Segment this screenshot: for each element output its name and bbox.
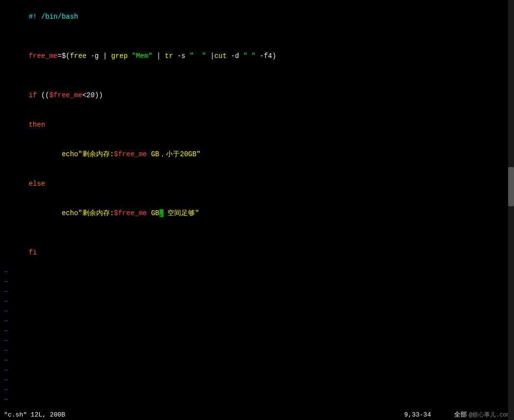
str-echo1: "剩余内存: bbox=[78, 150, 114, 158]
tilde-8: ~ bbox=[4, 336, 510, 346]
tilde-3: ~ bbox=[4, 287, 510, 297]
line-5: if (($free_me<20)) bbox=[4, 81, 510, 110]
cmd-free: free bbox=[70, 52, 86, 60]
cursor: , bbox=[160, 209, 163, 217]
kw-else: else bbox=[28, 180, 45, 188]
tilde-10: ~ bbox=[4, 356, 510, 365]
tilde-9: ~ bbox=[4, 346, 510, 356]
line-3: free_me=$(free -g | grep "Mem" | tr -s "… bbox=[4, 41, 510, 71]
tilde-4: ~ bbox=[4, 297, 510, 307]
kw-fi: fi bbox=[28, 249, 37, 256]
str-echo2-start: "剩余内存: bbox=[78, 209, 114, 217]
line-1: #! /bin/bash bbox=[4, 2, 510, 31]
csdn-watermark: @烦心事儿.com bbox=[469, 411, 510, 419]
str-mem: "Mem" bbox=[132, 52, 153, 60]
var-free-me: free_me bbox=[28, 52, 57, 60]
line-7: echo"剩余内存:$free_me GB，小于20GB" bbox=[4, 140, 510, 169]
var-ref3: $free_me bbox=[114, 209, 147, 217]
tilde-14: ~ bbox=[4, 395, 510, 405]
tilde-1: ~ bbox=[4, 267, 510, 277]
status-file-info: "c.sh" 12L, 200B bbox=[4, 411, 65, 419]
var-ref1: $free_me bbox=[49, 91, 82, 99]
cmd-echo2: echo bbox=[62, 209, 79, 217]
tilde-7: ~ bbox=[4, 326, 510, 336]
cursor-position: 9,33-34 bbox=[404, 411, 431, 419]
line-4 bbox=[4, 71, 510, 81]
scroll-position: 全部 bbox=[454, 410, 467, 419]
cmd-grep: grep bbox=[111, 52, 128, 60]
tilde-6: ~ bbox=[4, 316, 510, 326]
var-ref2: $free_me bbox=[114, 150, 147, 158]
line-2 bbox=[4, 31, 510, 41]
cmd-tr: tr bbox=[165, 52, 173, 60]
tilde-2: ~ bbox=[4, 277, 510, 287]
str-space1: " " bbox=[189, 52, 206, 60]
status-position: 9,33-34 全部 @烦心事儿.com bbox=[404, 410, 510, 419]
tilde-11: ~ bbox=[4, 365, 510, 375]
shebang-comment: #! /bin/bash bbox=[28, 13, 78, 21]
scrollbar-thumb[interactable] bbox=[508, 167, 514, 206]
line-8: else bbox=[4, 169, 510, 198]
status-bar: "c.sh" 12L, 200B 9,33-34 全部 @烦心事儿.com bbox=[0, 409, 514, 420]
cmd-echo1: echo bbox=[62, 150, 79, 158]
tilde-15: ~ bbox=[4, 405, 510, 406]
code-area: #! /bin/bash free_me=$(free -g | grep "M… bbox=[4, 2, 510, 406]
kw-if: if bbox=[28, 91, 37, 99]
kw-then: then bbox=[28, 121, 45, 129]
str-space2: " " bbox=[243, 52, 255, 60]
line-11: fi bbox=[4, 238, 510, 267]
line-9: echo"剩余内存:$free_me GB, 空间足够" bbox=[4, 198, 510, 228]
line-6: then bbox=[4, 110, 510, 140]
editor-container: #! /bin/bash free_me=$(free -g | grep "M… bbox=[0, 0, 514, 420]
scrollbar[interactable] bbox=[508, 0, 514, 420]
tilde-12: ~ bbox=[4, 375, 510, 385]
tilde-5: ~ bbox=[4, 307, 510, 316]
tilde-13: ~ bbox=[4, 385, 510, 395]
line-10 bbox=[4, 228, 510, 238]
cmd-cut: cut bbox=[215, 52, 227, 60]
position-separator bbox=[433, 411, 452, 419]
